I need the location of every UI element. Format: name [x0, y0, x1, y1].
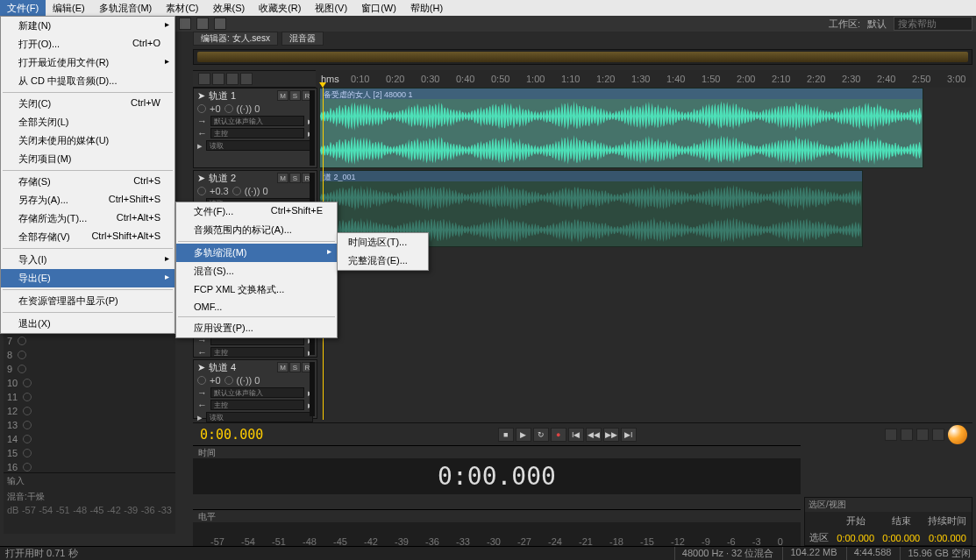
menu-item[interactable]: 全部关闭(L) [1, 113, 175, 131]
menu-item[interactable]: 关闭项目(M) [1, 150, 175, 168]
effect-slot[interactable]: 13 [4, 418, 175, 432]
input-slot[interactable]: 默认立体声输入 [210, 387, 304, 398]
multitrack-mode-icon[interactable] [196, 18, 209, 30]
menu-favorites[interactable]: 收藏夹(R) [252, 0, 308, 17]
power-icon[interactable] [23, 435, 32, 443]
effect-slot[interactable]: 11 [4, 390, 175, 404]
menu-item[interactable]: 存储所选为(T)...Ctrl+Alt+S [1, 209, 175, 228]
stop-button[interactable]: ■ [498, 428, 514, 442]
zoom-in-icon[interactable] [885, 429, 897, 441]
audio-clip-1[interactable]: 备受虐的女人 [2] 48000 1 [319, 88, 923, 168]
fx-toggle-icon[interactable] [198, 73, 210, 85]
track-m-button[interactable]: M [277, 90, 289, 101]
output-slot[interactable]: 主控 [210, 400, 304, 410]
menu-item[interactable]: 时间选区(T)... [338, 233, 428, 252]
menu-edit[interactable]: 编辑(E) [46, 0, 92, 17]
menu-file[interactable]: 文件(F) [0, 0, 46, 17]
effect-slot[interactable]: 15 [4, 446, 175, 460]
record-button[interactable]: ● [551, 428, 566, 442]
menu-effects[interactable]: 效果(S) [206, 0, 253, 17]
menu-item[interactable]: 关闭(C)Ctrl+W [1, 95, 175, 113]
menu-item[interactable]: 从 CD 中提取音频(D)... [1, 72, 175, 90]
menu-item[interactable]: 音频范围内的标记(A)... [176, 221, 337, 239]
pan-knob-icon[interactable] [224, 104, 233, 113]
power-icon[interactable] [23, 379, 32, 387]
workspace-value[interactable]: 默认 [867, 18, 887, 31]
output-slot[interactable]: 主控 [210, 347, 304, 358]
menu-item[interactable]: OMF... [176, 299, 337, 315]
skip-fwd-button[interactable]: ▶I [621, 428, 637, 442]
zoom-out-icon[interactable] [901, 429, 913, 441]
menu-item[interactable]: 导出(E) [1, 269, 175, 287]
tab-session[interactable]: 编辑器: 女人.sesx [193, 32, 278, 46]
pan-knob-icon[interactable] [224, 376, 233, 385]
power-icon[interactable] [23, 463, 32, 471]
menu-item[interactable]: 新建(N) [1, 17, 175, 35]
menu-item[interactable]: 另存为(A)...Ctrl+Shift+S [1, 191, 175, 209]
menu-item[interactable]: 打开最近使用文件(R) [1, 53, 175, 72]
power-icon[interactable] [23, 449, 32, 457]
volume-knob-icon[interactable] [197, 376, 206, 385]
menu-multitrack[interactable]: 多轨混音(M) [92, 0, 160, 17]
effect-slot[interactable]: 7 [4, 334, 175, 348]
effect-slot[interactable]: 12 [4, 404, 175, 418]
read-mode-slot[interactable]: 读取 [206, 412, 313, 422]
menu-item[interactable]: 导入(I) [1, 251, 175, 269]
track-m-button[interactable]: M [277, 362, 289, 372]
sends-toggle-icon[interactable] [212, 73, 224, 85]
menu-item[interactable]: 退出(X) [1, 315, 175, 333]
effect-slot[interactable]: 9 [4, 362, 175, 376]
power-icon[interactable] [23, 421, 32, 429]
menu-item[interactable]: 打开(O)...Ctrl+O [1, 35, 175, 53]
tab-mixer[interactable]: 混音器 [281, 32, 324, 46]
effect-slot[interactable]: 10 [4, 376, 175, 390]
zoom-full-icon[interactable] [916, 429, 929, 441]
zoom-sel-icon[interactable] [932, 429, 944, 441]
menu-clip[interactable]: 素材(C) [159, 0, 205, 17]
menu-item[interactable]: 全部存储(V)Ctrl+Shift+Alt+S [1, 228, 175, 246]
play-button[interactable]: ▶ [516, 428, 531, 442]
tool-icon[interactable] [214, 18, 226, 30]
menu-window[interactable]: 窗口(W) [354, 0, 403, 17]
menu-item[interactable]: 在资源管理器中显示(P) [1, 292, 175, 310]
ripple-icon[interactable] [240, 73, 253, 85]
effect-slot[interactable]: 8 [4, 348, 175, 362]
track-s-button[interactable]: S [289, 362, 301, 372]
skip-back-button[interactable]: I◀ [568, 428, 584, 442]
track-s-button[interactable]: S [289, 173, 301, 183]
time-ruler[interactable]: hms0:100:200:300:400:501:001:101:201:301… [316, 70, 972, 88]
rewind-button[interactable]: ◀◀ [586, 428, 602, 442]
menu-item[interactable]: 混音(S)... [176, 262, 337, 280]
output-slot[interactable]: 主控 [210, 128, 304, 138]
power-icon[interactable] [18, 365, 26, 373]
track-s-button[interactable]: S [289, 90, 301, 101]
menu-item[interactable]: 文件(F)...Ctrl+Shift+E [176, 202, 337, 221]
pan-knob-icon[interactable] [232, 187, 241, 195]
menu-view[interactable]: 视图(V) [308, 0, 354, 17]
menu-item[interactable]: FCP XML 交换格式... [176, 280, 337, 299]
search-input[interactable] [894, 17, 972, 31]
menu-item[interactable]: 关闭未使用的媒体(U) [1, 131, 175, 150]
overview-strip[interactable] [193, 49, 972, 65]
power-icon[interactable] [23, 407, 32, 415]
jog-wheel-icon[interactable] [948, 425, 967, 444]
track-header-1[interactable]: ➤轨道 1MSR+0((·)) 0→默认立体声输入▸←主控▸▸读取 [193, 88, 317, 168]
power-icon[interactable] [18, 337, 26, 345]
read-mode-slot[interactable]: 读取 [206, 140, 313, 151]
loop-button[interactable]: ↻ [533, 428, 549, 442]
track-m-button[interactable]: M [277, 173, 289, 183]
menu-item[interactable]: 多轨缩混(M) [176, 244, 337, 262]
power-icon[interactable] [23, 393, 32, 401]
waveform-mode-icon[interactable] [179, 18, 191, 30]
power-icon[interactable] [18, 351, 26, 359]
forward-button[interactable]: ▶▶ [603, 428, 619, 442]
snap-icon[interactable] [226, 73, 239, 85]
volume-knob-icon[interactable] [197, 187, 206, 195]
effect-slot[interactable]: 14 [4, 432, 175, 446]
input-slot[interactable]: 默认立体声输入 [210, 116, 304, 126]
menu-item[interactable]: 存储(S)Ctrl+S [1, 173, 175, 191]
volume-knob-icon[interactable] [197, 104, 206, 113]
menu-item[interactable]: 应用设置(P)... [176, 319, 337, 337]
menu-help[interactable]: 帮助(H) [403, 0, 450, 17]
menu-item[interactable]: 完整混音(E)... [338, 252, 428, 270]
